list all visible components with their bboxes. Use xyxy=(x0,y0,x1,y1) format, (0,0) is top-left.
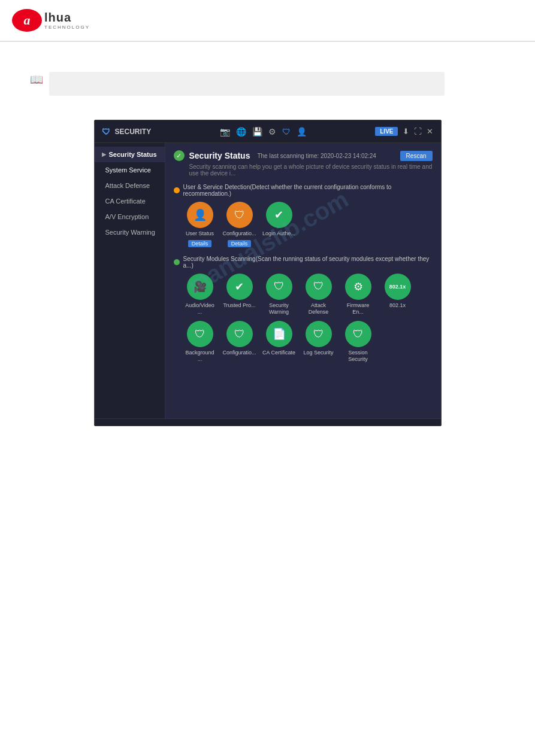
sidebar-label-security-status: Security Status xyxy=(109,151,157,158)
configuration-icon: 🛡 xyxy=(226,202,253,228)
content-area: ✓ Security Status The last scanning time… xyxy=(165,143,441,418)
8021x-label: 802.1x xyxy=(389,302,406,309)
config2-label: Configuratio... xyxy=(222,350,256,356)
note-icon: 📖 xyxy=(30,73,43,86)
rescan-button[interactable]: Rescan xyxy=(400,151,433,161)
trusted-proc-icon: ✔ xyxy=(226,274,253,300)
sidebar-item-security-warning[interactable]: Security Warning xyxy=(95,224,165,240)
configuration-label: Configuratio... xyxy=(222,230,256,237)
icon-item-attack-defense-module: 🛡 Attack Defense xyxy=(302,274,335,315)
configuration-details-button[interactable]: Details xyxy=(228,240,252,247)
user-detection-label: User & Service Detection(Detect whether … xyxy=(183,184,433,197)
icon-item-background: 🛡 Background ... xyxy=(183,321,217,363)
device-ui: 🛡 SECURITY 📷 🌐 💾 ⚙ 🛡 👤 LIVE ⬇ ⛶ ✕ xyxy=(94,120,442,426)
nav-right: LIVE ⬇ ⛶ ✕ xyxy=(375,127,433,136)
page-header: lhua TECHNOLOGY xyxy=(0,0,535,42)
nav-title: SECURITY xyxy=(115,127,152,136)
main-content: 📖 manualslib.com 🛡 SECURITY 📷 🌐 💾 ⚙ 🛡 👤 xyxy=(0,42,535,444)
nav-storage-icon[interactable]: 💾 xyxy=(252,127,262,136)
firmware-en-icon: ⚙ xyxy=(345,274,371,300)
live-button[interactable]: LIVE xyxy=(375,127,398,136)
user-detection-header: User & Service Detection(Detect whether … xyxy=(174,184,433,197)
security-warning-module-label: Security Warning xyxy=(262,302,296,315)
ca-cert-module-icon: 📄 xyxy=(266,321,292,347)
icon-item-user-status: 👤 User Status Details xyxy=(183,202,217,247)
sidebar-label-security-warning: Security Warning xyxy=(105,229,155,236)
note-box xyxy=(49,72,445,96)
icon-item-session-security: 🛡 Session Security xyxy=(341,321,375,363)
audio-video-icon: 🎥 xyxy=(187,274,213,300)
green-dot-icon xyxy=(174,259,180,265)
nav-camera-icon[interactable]: 📷 xyxy=(220,127,230,136)
nav-shield-icon: 🛡 xyxy=(102,127,110,136)
log-security-label: Log Security xyxy=(303,350,333,356)
background-icon: 🛡 xyxy=(187,321,213,347)
login-auth-icon: ✔ xyxy=(266,202,292,228)
status-header: ✓ Security Status The last scanning time… xyxy=(174,150,433,161)
security-modules-grid: 🎥 Audio/Video ... ✔ Trusted Pro... 🛡 Sec… xyxy=(174,274,433,363)
ui-body: ▶ Security Status System Service Attack … xyxy=(95,143,441,418)
nav-expand-icon[interactable]: ⛶ xyxy=(414,127,422,136)
nav-download-icon[interactable]: ⬇ xyxy=(403,127,409,136)
logo: lhua TECHNOLOGY xyxy=(12,9,90,32)
nav-icons: 📷 🌐 💾 ⚙ 🛡 👤 xyxy=(220,127,307,136)
session-security-label: Session Security xyxy=(341,350,375,363)
icon-item-config2: 🛡 Configuratio... xyxy=(223,321,256,363)
status-title: Security Status xyxy=(189,151,250,160)
nav-close-icon[interactable]: ✕ xyxy=(427,127,433,136)
security-modules-section: Security Modules Scanning(Scan the runni… xyxy=(174,256,433,363)
trusted-proc-label: Trusted Pro... xyxy=(223,302,255,309)
sidebar-item-system-service[interactable]: System Service xyxy=(95,162,165,178)
arrow-icon: ▶ xyxy=(102,151,106,157)
logo-sub: TECHNOLOGY xyxy=(44,25,90,30)
attack-defense-module-label: Attack Defense xyxy=(302,302,335,315)
sidebar-item-security-status[interactable]: ▶ Security Status xyxy=(95,147,165,162)
logo-brand: lhua xyxy=(44,11,90,25)
log-security-icon: 🛡 xyxy=(306,321,332,347)
user-status-details-button[interactable]: Details xyxy=(188,240,212,247)
sidebar: ▶ Security Status System Service Attack … xyxy=(95,143,165,418)
session-security-icon: 🛡 xyxy=(345,321,371,347)
icon-item-ca-cert-module: 📄 CA Certificate xyxy=(262,321,296,363)
icon-item-audio-video: 🎥 Audio/Video ... xyxy=(183,274,217,315)
bottom-bar xyxy=(95,418,441,426)
sidebar-item-av-encryption[interactable]: A/V Encryption xyxy=(95,209,165,224)
security-modules-header: Security Modules Scanning(Scan the runni… xyxy=(174,256,433,269)
sidebar-label-ca-certificate: CA Certificate xyxy=(105,198,146,205)
sidebar-item-ca-certificate[interactable]: CA Certificate xyxy=(95,193,165,209)
top-nav-bar: 🛡 SECURITY 📷 🌐 💾 ⚙ 🛡 👤 LIVE ⬇ ⛶ ✕ xyxy=(95,120,441,143)
note-area: 📖 xyxy=(30,72,505,96)
config2-icon: 🛡 xyxy=(226,321,253,347)
nav-settings-icon[interactable]: ⚙ xyxy=(268,127,276,136)
status-description: Security scanning can help you get a who… xyxy=(174,163,433,177)
login-auth-label: Login Authe... xyxy=(262,230,295,237)
security-modules-label: Security Modules Scanning(Scan the runni… xyxy=(183,256,433,269)
user-detection-grid: 👤 User Status Details 🛡 Configuratio... … xyxy=(174,202,433,247)
user-status-label: User Status xyxy=(186,230,214,237)
nav-security-icon[interactable]: 🛡 xyxy=(282,127,291,136)
security-warning-module-icon: 🛡 xyxy=(266,274,292,300)
nav-left: 🛡 SECURITY xyxy=(102,127,152,136)
sidebar-item-attack-defense[interactable]: Attack Defense xyxy=(95,178,165,193)
user-detection-section: User & Service Detection(Detect whether … xyxy=(174,184,433,247)
sidebar-label-system-service: System Service xyxy=(105,166,151,174)
firmware-en-label: Firmware En... xyxy=(341,302,375,315)
attack-defense-module-icon: 🛡 xyxy=(306,274,332,300)
logo-icon xyxy=(12,9,42,32)
logo-text-block: lhua TECHNOLOGY xyxy=(44,11,90,30)
nav-network-icon[interactable]: 🌐 xyxy=(236,127,246,136)
icon-item-login-auth: ✔ Login Authe... xyxy=(262,202,296,247)
check-circle-icon: ✓ xyxy=(174,150,185,161)
sidebar-label-attack-defense: Attack Defense xyxy=(105,182,150,189)
nav-account-icon[interactable]: 👤 xyxy=(297,127,307,136)
sidebar-label-av-encryption: A/V Encryption xyxy=(105,213,149,220)
icon-item-firmware-en: ⚙ Firmware En... xyxy=(341,274,375,315)
user-status-icon: 👤 xyxy=(187,202,213,228)
background-label: Background ... xyxy=(183,350,217,363)
icon-item-configuration: 🛡 Configuratio... Details xyxy=(223,202,256,247)
icon-item-security-warning-module: 🛡 Security Warning xyxy=(262,274,296,315)
icon-item-log-security: 🛡 Log Security xyxy=(302,321,335,363)
8021x-icon: 802.1x xyxy=(385,274,411,300)
audio-video-label: Audio/Video ... xyxy=(183,302,217,315)
icon-item-8021x: 802.1x 802.1x xyxy=(381,274,415,315)
